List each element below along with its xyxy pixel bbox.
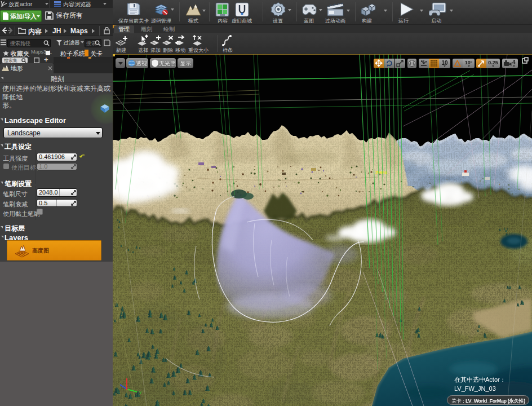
svg-text:2Hea: 2Hea (375, 170, 388, 175)
svg-text:Y: Y (139, 391, 142, 395)
